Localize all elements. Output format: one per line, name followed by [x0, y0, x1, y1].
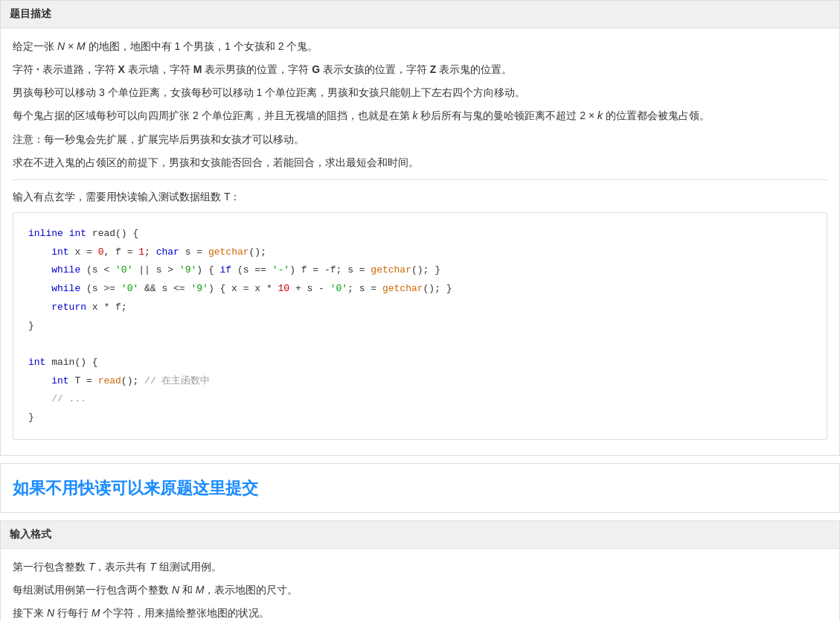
input-format-body: 第一行包含整数 T，表示共有 T 组测试用例。 每组测试用例第一行包含两个整数 …: [1, 549, 839, 621]
divider: [13, 179, 827, 180]
highlight-link[interactable]: 如果不用快读可以来原题这里提交: [1, 464, 839, 512]
fast-read-intro: 输入有点玄学，需要用快读输入测试数据组数 T：: [13, 188, 827, 206]
problem-desc-p1: 给定一张 N × M 的地图，地图中有 1 个男孩，1 个女孩和 2 个鬼。: [13, 37, 827, 56]
highlight-section: 如果不用快读可以来原题这里提交: [0, 463, 840, 513]
problem-desc-body: 给定一张 N × M 的地图，地图中有 1 个男孩，1 个女孩和 2 个鬼。 字…: [1, 28, 839, 455]
problem-desc-p6: 求在不进入鬼的占领区的前提下，男孩和女孩能否回合，若能回合，求出最短会和时间。: [13, 153, 827, 172]
problem-desc-p5: 注意：每一秒鬼会先扩展，扩展完毕后男孩和女孩才可以移动。: [13, 130, 827, 149]
input-format-section: 输入格式 第一行包含整数 T，表示共有 T 组测试用例。 每组测试用例第一行包含…: [0, 520, 840, 621]
problem-desc-header: 题目描述: [1, 1, 839, 28]
problem-desc-p4: 每个鬼占据的区域每秒可以向四周扩张 2 个单位距离，并且无视墙的阻挡，也就是在第…: [13, 106, 827, 125]
problem-desc-p3: 男孩每秒可以移动 3 个单位距离，女孩每秒可以移动 1 个单位距离，男孩和女孩只…: [13, 83, 827, 102]
input-format-p2: 每组测试用例第一行包含两个整数 N 和 M，表示地图的尺寸。: [13, 581, 827, 599]
problem-desc-p2: 字符 · 表示道路，字符 X 表示墙，字符 M 表示男孩的位置，字符 G 表示女…: [13, 60, 827, 79]
page-wrapper: 题目描述 给定一张 N × M 的地图，地图中有 1 个男孩，1 个女孩和 2 …: [0, 0, 840, 621]
input-format-header: 输入格式: [1, 521, 839, 549]
problem-desc-section: 题目描述 给定一张 N × M 的地图，地图中有 1 个男孩，1 个女孩和 2 …: [0, 0, 840, 456]
input-format-p1: 第一行包含整数 T，表示共有 T 组测试用例。: [13, 558, 827, 576]
code-block: inline int read() { int x = 0, f = 1; ch…: [13, 212, 827, 440]
input-format-p3: 接下来 N 行每行 M 个字符，用来描绘整张地图的状况。: [13, 604, 827, 621]
